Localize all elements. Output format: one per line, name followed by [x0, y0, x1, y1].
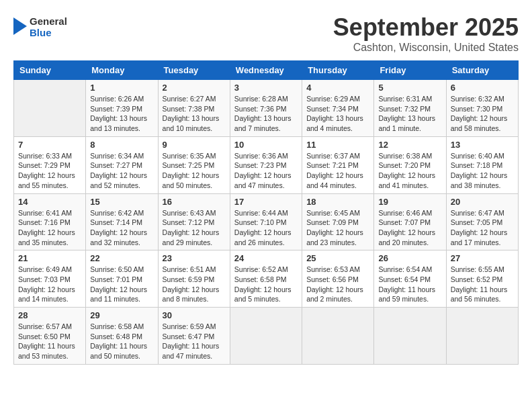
logo-arrow-icon: [13, 14, 27, 38]
day-info: Sunrise: 6:45 AM Sunset: 7:09 PM Dayligh…: [306, 208, 369, 248]
day-info: Sunrise: 6:33 AM Sunset: 7:29 PM Dayligh…: [18, 151, 81, 191]
day-info: Sunrise: 6:54 AM Sunset: 6:54 PM Dayligh…: [378, 265, 441, 304]
header-tuesday: Tuesday: [158, 61, 230, 80]
calendar-cell: 16Sunrise: 6:43 AM Sunset: 7:12 PM Dayli…: [158, 193, 230, 250]
day-number: 23: [163, 253, 226, 263]
week-row-5: 28Sunrise: 6:57 AM Sunset: 6:50 PM Dayli…: [14, 308, 519, 365]
day-info: Sunrise: 6:49 AM Sunset: 7:03 PM Dayligh…: [18, 265, 81, 304]
day-number: 25: [306, 253, 369, 263]
month-title: September 2025: [333, 13, 519, 42]
day-number: 28: [18, 310, 81, 320]
day-number: 22: [90, 253, 153, 263]
calendar-table: SundayMondayTuesdayWednesdayThursdayFrid…: [13, 60, 519, 365]
calendar-cell: 13Sunrise: 6:40 AM Sunset: 7:18 PM Dayli…: [446, 136, 518, 193]
calendar-cell: 28Sunrise: 6:57 AM Sunset: 6:50 PM Dayli…: [14, 308, 86, 365]
calendar-cell: 27Sunrise: 6:55 AM Sunset: 6:52 PM Dayli…: [446, 250, 518, 308]
calendar-cell: 30Sunrise: 6:59 AM Sunset: 6:47 PM Dayli…: [158, 308, 230, 365]
calendar-cell: [374, 308, 446, 365]
day-number: 6: [451, 83, 514, 93]
logo: General Blue General Blue: [13, 13, 67, 38]
day-info: Sunrise: 6:53 AM Sunset: 6:56 PM Dayligh…: [306, 265, 369, 304]
calendar-cell: 25Sunrise: 6:53 AM Sunset: 6:56 PM Dayli…: [302, 250, 374, 308]
day-number: 2: [163, 83, 226, 93]
day-info: Sunrise: 6:47 AM Sunset: 7:05 PM Dayligh…: [451, 208, 514, 248]
day-info: Sunrise: 6:59 AM Sunset: 6:47 PM Dayligh…: [163, 322, 226, 361]
calendar-cell: 29Sunrise: 6:58 AM Sunset: 6:48 PM Dayli…: [86, 308, 158, 365]
day-number: 7: [18, 140, 81, 150]
header-wednesday: Wednesday: [230, 61, 302, 80]
week-row-3: 14Sunrise: 6:41 AM Sunset: 7:16 PM Dayli…: [14, 193, 519, 250]
day-info: Sunrise: 6:29 AM Sunset: 7:34 PM Dayligh…: [306, 94, 369, 134]
day-info: Sunrise: 6:34 AM Sunset: 7:27 PM Dayligh…: [90, 151, 153, 191]
calendar-cell: 9Sunrise: 6:35 AM Sunset: 7:25 PM Daylig…: [158, 136, 230, 193]
header-saturday: Saturday: [446, 61, 518, 80]
header-sunday: Sunday: [14, 61, 86, 80]
calendar-cell: 19Sunrise: 6:46 AM Sunset: 7:07 PM Dayli…: [374, 193, 446, 250]
calendar-cell: [14, 80, 86, 137]
day-number: 21: [18, 253, 81, 263]
title-area: September 2025 Cashton, Wisconsin, Unite…: [333, 13, 519, 54]
day-info: Sunrise: 6:40 AM Sunset: 7:18 PM Dayligh…: [451, 151, 514, 191]
day-number: 26: [378, 253, 441, 263]
day-info: Sunrise: 6:52 AM Sunset: 6:58 PM Dayligh…: [234, 265, 298, 304]
logo-line1: General: [30, 16, 67, 28]
day-number: 16: [163, 197, 226, 207]
day-info: Sunrise: 6:36 AM Sunset: 7:23 PM Dayligh…: [234, 151, 298, 191]
calendar-cell: 22Sunrise: 6:50 AM Sunset: 7:01 PM Dayli…: [86, 250, 158, 308]
day-info: Sunrise: 6:55 AM Sunset: 6:52 PM Dayligh…: [451, 265, 514, 304]
day-number: 30: [163, 310, 226, 320]
calendar-cell: 3Sunrise: 6:28 AM Sunset: 7:36 PM Daylig…: [230, 80, 302, 137]
calendar-cell: 14Sunrise: 6:41 AM Sunset: 7:16 PM Dayli…: [14, 193, 86, 250]
day-info: Sunrise: 6:38 AM Sunset: 7:20 PM Dayligh…: [378, 151, 441, 191]
calendar-cell: 6Sunrise: 6:32 AM Sunset: 7:30 PM Daylig…: [446, 80, 518, 137]
day-info: Sunrise: 6:50 AM Sunset: 7:01 PM Dayligh…: [90, 265, 153, 304]
day-info: Sunrise: 6:51 AM Sunset: 6:59 PM Dayligh…: [163, 265, 226, 304]
calendar-cell: 20Sunrise: 6:47 AM Sunset: 7:05 PM Dayli…: [446, 193, 518, 250]
day-number: 5: [378, 83, 441, 93]
calendar-cell: 26Sunrise: 6:54 AM Sunset: 6:54 PM Dayli…: [374, 250, 446, 308]
day-info: Sunrise: 6:43 AM Sunset: 7:12 PM Dayligh…: [163, 208, 226, 248]
day-number: 18: [306, 197, 369, 207]
day-info: Sunrise: 6:41 AM Sunset: 7:16 PM Dayligh…: [18, 208, 81, 248]
day-number: 24: [234, 253, 298, 263]
day-info: Sunrise: 6:32 AM Sunset: 7:30 PM Dayligh…: [451, 94, 514, 134]
day-info: Sunrise: 6:58 AM Sunset: 6:48 PM Dayligh…: [90, 322, 153, 361]
day-info: Sunrise: 6:44 AM Sunset: 7:10 PM Dayligh…: [234, 208, 298, 248]
calendar-cell: [230, 308, 302, 365]
day-number: 13: [451, 140, 514, 150]
day-info: Sunrise: 6:27 AM Sunset: 7:38 PM Dayligh…: [163, 94, 226, 134]
calendar-cell: [302, 308, 374, 365]
day-number: 10: [234, 140, 298, 150]
day-info: Sunrise: 6:42 AM Sunset: 7:14 PM Dayligh…: [90, 208, 153, 248]
day-number: 8: [90, 140, 153, 150]
calendar-cell: 1Sunrise: 6:26 AM Sunset: 7:39 PM Daylig…: [86, 80, 158, 137]
day-number: 19: [378, 197, 441, 207]
day-number: 9: [163, 140, 226, 150]
day-info: Sunrise: 6:26 AM Sunset: 7:39 PM Dayligh…: [90, 94, 153, 134]
calendar-cell: 24Sunrise: 6:52 AM Sunset: 6:58 PM Dayli…: [230, 250, 302, 308]
day-info: Sunrise: 6:35 AM Sunset: 7:25 PM Dayligh…: [163, 151, 226, 191]
day-number: 14: [18, 197, 81, 207]
week-row-2: 7Sunrise: 6:33 AM Sunset: 7:29 PM Daylig…: [14, 136, 519, 193]
calendar-cell: 7Sunrise: 6:33 AM Sunset: 7:29 PM Daylig…: [14, 136, 86, 193]
day-number: 3: [234, 83, 298, 93]
calendar-cell: 23Sunrise: 6:51 AM Sunset: 6:59 PM Dayli…: [158, 250, 230, 308]
header-thursday: Thursday: [302, 61, 374, 80]
calendar-cell: 15Sunrise: 6:42 AM Sunset: 7:14 PM Dayli…: [86, 193, 158, 250]
header-friday: Friday: [374, 61, 446, 80]
day-info: Sunrise: 6:57 AM Sunset: 6:50 PM Dayligh…: [18, 322, 81, 361]
header: General Blue General Blue September 2025…: [13, 13, 519, 54]
day-number: 27: [451, 253, 514, 263]
day-number: 29: [90, 310, 153, 320]
day-info: Sunrise: 6:37 AM Sunset: 7:21 PM Dayligh…: [306, 151, 369, 191]
calendar-cell: [446, 308, 518, 365]
day-number: 17: [234, 197, 298, 207]
header-monday: Monday: [86, 61, 158, 80]
calendar-cell: 2Sunrise: 6:27 AM Sunset: 7:38 PM Daylig…: [158, 80, 230, 137]
day-number: 4: [306, 83, 369, 93]
day-number: 1: [90, 83, 153, 93]
calendar-cell: 17Sunrise: 6:44 AM Sunset: 7:10 PM Dayli…: [230, 193, 302, 250]
calendar-cell: 4Sunrise: 6:29 AM Sunset: 7:34 PM Daylig…: [302, 80, 374, 137]
day-info: Sunrise: 6:28 AM Sunset: 7:36 PM Dayligh…: [234, 94, 298, 134]
day-number: 11: [306, 140, 369, 150]
